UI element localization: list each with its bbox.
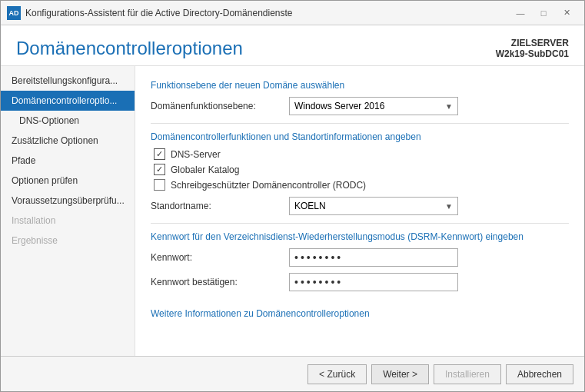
section1-header: Funktionsebene der neuen Domäne auswähle…: [151, 80, 569, 91]
password-row: Kennwort:: [151, 248, 569, 267]
site-row: Standortname: KOELN ▼: [151, 197, 569, 215]
checkbox-rodc[interactable]: [154, 179, 165, 191]
checkbox-dns-row: ✓ DNS-Server: [151, 148, 569, 160]
sidebar: Bereitstellungskonfigura... Domänencontr…: [1, 66, 135, 356]
domain-func-dropdown[interactable]: Windows Server 2016 ▼: [289, 97, 458, 115]
domain-func-control: Windows Server 2016 ▼: [289, 97, 569, 115]
sidebar-item-ergebnisse: Ergebnisse: [1, 231, 135, 251]
checkbox-rodc-row: Schreibgeschützter Domänencontroller (RO…: [151, 179, 569, 191]
password-label: Kennwort:: [151, 252, 289, 263]
titlebar-buttons: — □ ✕: [509, 5, 578, 21]
sidebar-item-installation: Installation: [1, 211, 135, 231]
footer: < Zurück Weiter > Installieren Abbrechen: [1, 356, 584, 391]
sidebar-item-pfade[interactable]: Pfade: [1, 151, 135, 171]
password-confirm-row: Kennwort bestätigen:: [151, 273, 569, 291]
sidebar-item-voraussetzungen[interactable]: Voraussetzungsüberprüfu...: [1, 191, 135, 211]
domain-func-row: Domänenfunktionsebene: Windows Server 20…: [151, 97, 569, 115]
dropdown-arrow-icon: ▼: [445, 102, 453, 111]
sidebar-item-dns[interactable]: DNS-Optionen: [1, 111, 135, 131]
server-hostname: W2k19-SubDC01: [496, 48, 569, 59]
server-label: ZIELSERVER: [496, 38, 569, 48]
main-window: AD Konfigurations-Assistent für die Acti…: [0, 0, 585, 392]
main-content: Bereitstellungskonfigura... Domänencontr…: [1, 66, 584, 356]
install-button: Installieren: [434, 364, 501, 384]
checkbox-dns-label: DNS-Server: [171, 149, 221, 160]
content-area: Domänencontrolleroptionen ZIELSERVER W2k…: [1, 25, 584, 356]
checkbox-dns[interactable]: ✓: [154, 148, 165, 160]
form-panel: Funktionsebene der neuen Domäne auswähle…: [135, 66, 584, 356]
sidebar-item-domcontroller[interactable]: Domänencontrolleroptio...: [1, 91, 135, 111]
password-confirm-label: Kennwort bestätigen:: [151, 277, 289, 287]
section2-header: Domänencontrollerfunktionen und Standort…: [151, 131, 569, 142]
section3-header: Kennwort für den Verzeichnisdienst-Wiede…: [151, 231, 569, 242]
sidebar-item-optionen[interactable]: Optionen prüfen: [1, 171, 135, 191]
page-title: Domänencontrolleroptionen: [16, 38, 243, 59]
back-button[interactable]: < Zurück: [307, 364, 367, 384]
site-label: Standortname:: [151, 201, 289, 211]
checkbox-gc-row: ✓ Globaler Katalog: [151, 164, 569, 175]
domain-func-label: Domänenfunktionsebene:: [151, 101, 289, 111]
info-link[interactable]: Weitere Informationen zu Domänencontroll…: [151, 308, 370, 319]
minimize-button[interactable]: —: [509, 5, 532, 21]
app-icon: AD: [7, 6, 21, 20]
close-button[interactable]: ✕: [555, 5, 578, 21]
password-input[interactable]: [289, 248, 458, 267]
domain-func-value: Windows Server 2016: [294, 101, 384, 111]
checkbox-rodc-label: Schreibgeschützter Domänencontroller (RO…: [171, 180, 366, 191]
next-button[interactable]: Weiter >: [371, 364, 429, 384]
sidebar-item-zusaetzlich[interactable]: Zusätzliche Optionen: [1, 131, 135, 151]
header-bar: Domänencontrolleroptionen ZIELSERVER W2k…: [1, 25, 584, 66]
divider-1: [151, 123, 569, 124]
titlebar: AD Konfigurations-Assistent für die Acti…: [1, 1, 584, 25]
checkbox-gc[interactable]: ✓: [154, 164, 165, 175]
password-confirm-input[interactable]: [289, 273, 458, 291]
divider-2: [151, 223, 569, 224]
titlebar-title: Konfigurations-Assistent für die Active …: [25, 8, 509, 18]
maximize-button[interactable]: □: [532, 5, 555, 21]
site-control: KOELN ▼: [289, 197, 569, 215]
site-dropdown-arrow-icon: ▼: [445, 202, 453, 211]
site-dropdown[interactable]: KOELN ▼: [289, 197, 458, 215]
checkbox-gc-label: Globaler Katalog: [171, 164, 239, 175]
cancel-button[interactable]: Abbrechen: [506, 364, 573, 384]
sidebar-item-bereitstellung[interactable]: Bereitstellungskonfigura...: [1, 71, 135, 91]
site-value: KOELN: [294, 201, 326, 211]
server-info: ZIELSERVER W2k19-SubDC01: [496, 38, 569, 59]
